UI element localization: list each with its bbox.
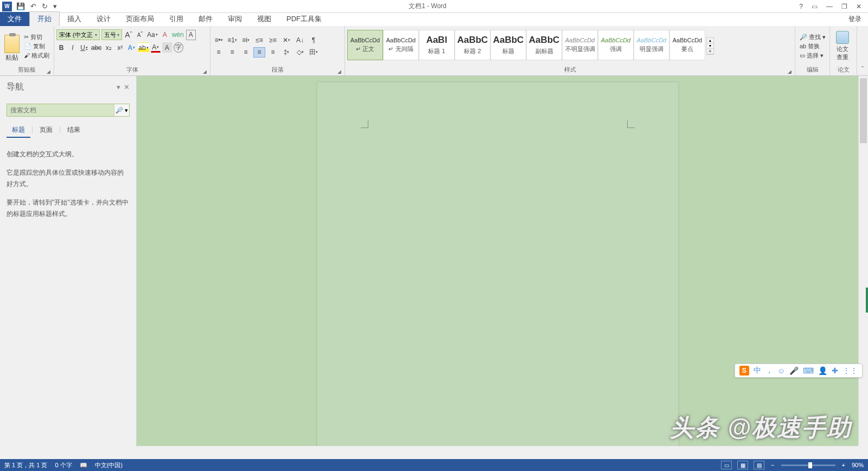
increase-indent-button[interactable]: ≥≡	[267, 35, 279, 46]
align-left-button[interactable]: ≡	[213, 47, 225, 58]
change-case-button[interactable]: Aa▾	[146, 30, 158, 40]
close-icon[interactable]: ✕	[854, 3, 864, 10]
style-item-1[interactable]: AaBbCcDd↵ 无间隔	[383, 30, 419, 60]
font-name-combo[interactable]: 宋体 (中文正▾	[56, 29, 100, 40]
nav-tab-headings[interactable]: 标题	[7, 123, 30, 138]
tab-file[interactable]: 文件	[0, 12, 29, 26]
text-effects-button[interactable]: A▾	[126, 42, 136, 53]
minimize-icon[interactable]: —	[824, 3, 835, 10]
clipboard-launcher-icon[interactable]: ◢	[47, 69, 50, 74]
font-launcher-icon[interactable]: ◢	[203, 69, 207, 74]
nav-close-icon[interactable]: ✕	[124, 83, 130, 91]
ime-grid-button[interactable]: ⋮⋮	[843, 366, 858, 375]
shading-button[interactable]: ◇▾	[294, 47, 306, 58]
word-app-icon[interactable]: W	[2, 2, 12, 11]
document-area[interactable]	[137, 76, 858, 446]
style-item-0[interactable]: AaBbCcDd↵ 正文	[347, 30, 383, 60]
style-item-5[interactable]: AaBbC副标题	[526, 30, 562, 60]
decrease-indent-button[interactable]: ≤≡	[253, 35, 265, 46]
undo-icon[interactable]: ↶	[29, 2, 37, 10]
multilevel-button[interactable]: ≡i▾	[240, 35, 252, 46]
page-indicator[interactable]: 第 1 页，共 1 页	[4, 461, 47, 469]
tab-insert[interactable]: 插入	[60, 12, 89, 26]
subscript-button[interactable]: x₂	[104, 42, 113, 53]
paste-button[interactable]: 粘贴	[2, 30, 22, 62]
style-item-6[interactable]: AaBbCcDd不明显强调	[562, 30, 598, 60]
format-painter-button[interactable]: 🖌格式刷	[24, 52, 49, 60]
strike-button[interactable]: abc	[91, 42, 102, 53]
font-color-button[interactable]: A▾	[151, 42, 161, 53]
style-item-4[interactable]: AaBbC标题	[490, 30, 526, 60]
word-count[interactable]: 0 个字	[55, 461, 72, 469]
tab-view[interactable]: 视图	[250, 12, 279, 26]
ribbon-display-icon[interactable]: ▭	[809, 3, 820, 10]
thesis-check-button[interactable]: 论文 查重	[832, 31, 853, 61]
style-item-3[interactable]: AaBbC标题 2	[455, 30, 490, 60]
qat-more-icon[interactable]: ▾	[52, 2, 58, 10]
copy-button[interactable]: 📄复制	[24, 42, 49, 50]
replace-button[interactable]: ab替换	[800, 42, 826, 50]
zoom-level[interactable]: 90%	[852, 462, 864, 468]
redo-icon[interactable]: ↻	[41, 2, 49, 10]
page[interactable]	[317, 82, 678, 446]
sogou-icon[interactable]: S	[739, 366, 749, 375]
superscript-button[interactable]: x²	[115, 42, 125, 53]
style-item-9[interactable]: AaBbCcDd要点	[669, 30, 705, 60]
web-layout-button[interactable]: ▤	[754, 461, 764, 469]
ime-punct-button[interactable]: ，	[765, 366, 773, 375]
scroll-thumb[interactable]	[860, 78, 867, 143]
read-mode-button[interactable]: ▭	[721, 461, 732, 469]
help-icon[interactable]: ?	[797, 3, 805, 10]
font-size-combo[interactable]: 五号▾	[101, 29, 122, 40]
align-center-button[interactable]: ≡	[226, 47, 238, 58]
align-right-button[interactable]: ≡	[240, 47, 252, 58]
borders-button[interactable]: 田▾	[308, 47, 320, 58]
cut-button[interactable]: ✂剪切	[24, 33, 49, 41]
tab-references[interactable]: 引用	[162, 12, 191, 26]
grow-font-button[interactable]: Aˆ	[124, 30, 133, 40]
style-item-2[interactable]: AaBl标题 1	[419, 30, 455, 60]
nav-tab-pages[interactable]: 页面	[34, 123, 58, 138]
ime-emoji-button[interactable]: ☺	[777, 366, 785, 375]
zoom-knob[interactable]	[808, 462, 812, 468]
ime-mic-button[interactable]: 🎤	[789, 366, 799, 375]
tab-design[interactable]: 设计	[89, 12, 118, 26]
italic-button[interactable]: I	[68, 42, 78, 53]
bullets-button[interactable]: ≡•▾	[213, 35, 225, 46]
ime-keyboard-button[interactable]: ⌨	[803, 366, 814, 375]
styles-more-icon[interactable]: ≡	[707, 49, 713, 54]
clear-format-button[interactable]: A	[160, 30, 170, 40]
select-button[interactable]: ▭选择▾	[800, 52, 826, 60]
justify-button[interactable]: ≡	[253, 47, 265, 58]
char-shading-button[interactable]: A	[162, 42, 172, 53]
tab-pdf[interactable]: PDF工具集	[279, 12, 329, 26]
distribute-button[interactable]: ≡	[267, 47, 279, 58]
highlight-button[interactable]: ab▾	[138, 42, 149, 53]
language-indicator[interactable]: 中文(中国)	[95, 461, 123, 469]
paragraph-launcher-icon[interactable]: ◢	[337, 69, 341, 74]
underline-button[interactable]: U▾	[79, 42, 89, 53]
tab-review[interactable]: 审阅	[220, 12, 250, 26]
styles-launcher-icon[interactable]: ◢	[788, 69, 792, 74]
collapse-ribbon-icon[interactable]: ˆ	[857, 26, 868, 75]
show-marks-button[interactable]: ¶	[308, 35, 320, 46]
style-item-8[interactable]: AaBbCcDd明显强调	[634, 30, 669, 60]
ime-user-button[interactable]: 👤	[818, 366, 827, 375]
style-item-7[interactable]: AaBbCcDd强调	[598, 30, 634, 60]
line-spacing-button[interactable]: ‡▾	[280, 47, 292, 58]
nav-tab-results[interactable]: 结果	[62, 123, 86, 138]
find-button[interactable]: 🔎查找▾	[800, 33, 826, 41]
enclose-char-button[interactable]: 字	[174, 42, 183, 53]
phonetic-guide-button[interactable]: wén	[171, 30, 184, 40]
numbering-button[interactable]: ≡1▾	[226, 35, 238, 46]
ime-tool-button[interactable]: ✚	[832, 366, 838, 375]
styles-up-icon[interactable]: ▴	[707, 38, 713, 43]
char-border-button[interactable]: A	[186, 30, 196, 40]
zoom-out-button[interactable]: −	[770, 462, 775, 468]
sort-button[interactable]: A↓	[294, 35, 306, 46]
nav-search-input[interactable]	[7, 104, 114, 116]
maximize-icon[interactable]: ❐	[839, 3, 850, 10]
nav-search-button[interactable]: 🔎 ▾	[114, 104, 129, 116]
bold-button[interactable]: B	[56, 42, 66, 53]
styles-down-icon[interactable]: ▾	[707, 43, 713, 49]
